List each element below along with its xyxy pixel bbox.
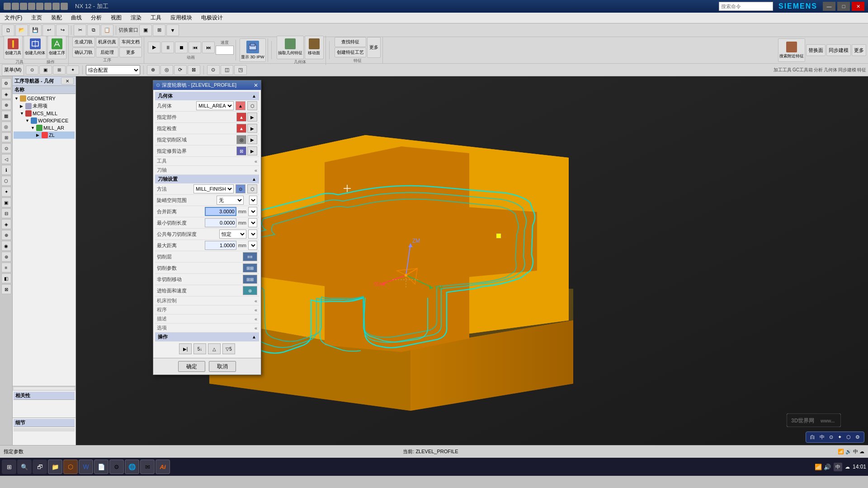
specify-trim-btn2[interactable]: ▶ [247, 146, 257, 155]
start-btn[interactable]: ⊞ [2, 460, 16, 474]
search-commands-input[interactable] [719, 2, 773, 11]
specify-trim-btn1[interactable]: ⊠ [236, 146, 246, 155]
taskbar-app-mail[interactable]: ✉ [140, 460, 155, 474]
method-select[interactable]: MILL_FINISH [193, 184, 234, 193]
sidebar-icon-5[interactable]: ⊞ [1, 132, 11, 142]
menu-file[interactable]: 文件(F) [0, 13, 27, 23]
sidebar-icon-3[interactable]: ▦ [1, 111, 11, 121]
taskbar-app-word[interactable]: W [79, 460, 93, 474]
create-tool-btn[interactable]: 创建刀具 [4, 36, 23, 59]
tb-open-btn[interactable]: 📂 [15, 24, 28, 36]
menu-render[interactable]: 渲染 [126, 13, 146, 23]
taskbar-app-doc[interactable]: 📄 [94, 460, 108, 474]
merge-distance-unit-select[interactable] [248, 207, 257, 216]
tree-item-mcs-mill[interactable]: ▼ MCS_MILL [14, 110, 75, 117]
specify-check-btn2[interactable]: ▶ [247, 124, 257, 133]
specify-part-btn2[interactable]: ▶ [247, 113, 257, 122]
method-btn2[interactable]: ⬡ [247, 184, 257, 193]
actions-arrow[interactable]: ▲ [252, 334, 256, 339]
tree-item-zl[interactable]: ▶ ZL [14, 131, 75, 139]
cut-layers-btn[interactable]: ≡≡ [243, 252, 257, 261]
program-section[interactable]: 程序 « [155, 305, 259, 314]
post-process-btn[interactable]: 后处理 [96, 47, 118, 57]
footer-icon-btn3[interactable]: △ [208, 343, 221, 354]
menu-analysis[interactable]: 分析 [86, 13, 106, 23]
tree-item-unused[interactable]: ▶ 未用项 [14, 102, 75, 110]
search-btn[interactable]: 🔍 [17, 460, 32, 474]
speed-input[interactable]: 5 [216, 46, 234, 55]
footer-icon-btn2[interactable]: 5↓ [193, 343, 206, 354]
axis-section[interactable]: 刀轴 « [155, 166, 259, 175]
non-cut-btn[interactable]: ⊞⊞ [243, 275, 257, 284]
search-nearest-btn[interactable]: 搜索附近特征 [778, 38, 805, 62]
operation-select[interactable]: 综合配置 [86, 65, 140, 75]
tb3-view-btn3[interactable]: ⟳ [174, 65, 187, 75]
tree-expand-mill-ar[interactable]: ▼ [31, 126, 35, 130]
sidebar-icon-4[interactable]: ◎ [1, 122, 11, 131]
footer-icon-btn4[interactable]: ▽5 [222, 343, 235, 354]
more-features-btn[interactable]: 更多 [367, 37, 381, 58]
pause-btn[interactable]: ⏸ [161, 42, 174, 53]
tb3-btn2[interactable]: ▣ [39, 66, 52, 75]
geometry-icon-btn1[interactable]: ▲ [236, 101, 245, 110]
machine-sim-btn[interactable]: 机床仿真 [96, 37, 118, 47]
tb3-view-btn2[interactable]: ◎ [160, 65, 173, 75]
tree-item-geometry[interactable]: ▼ GEOMETRY [14, 95, 75, 102]
tb-copy-btn[interactable]: ⧉ [87, 24, 100, 36]
more-ops-btn[interactable]: 更多 [119, 47, 142, 57]
play-btn[interactable]: ▶ [148, 42, 160, 53]
description-collapse-icon[interactable]: « [255, 316, 257, 322]
sidebar-icon-14[interactable]: ⊕ [1, 230, 11, 240]
close-button[interactable]: ✕ [852, 2, 864, 11]
tool-section[interactable]: 工具 « [155, 157, 259, 166]
description-section[interactable]: 描述 « [155, 314, 259, 324]
geometry-icon-btn2[interactable]: ⬡ [247, 101, 257, 110]
shop-doc-btn[interactable]: 车间文档 [119, 37, 142, 47]
menu-tools[interactable]: 工具 [146, 13, 166, 23]
taskbar-app-3d[interactable]: ⬡ [63, 460, 78, 474]
tb3-btn4[interactable]: ✦ [66, 66, 79, 75]
merge-distance-input[interactable] [205, 207, 236, 216]
machine-control-section[interactable]: 机床控制 « [155, 296, 259, 305]
tb3-btn1[interactable]: ⊙ [26, 66, 38, 75]
extract-geom-btn[interactable]: 抽取几何特征 [277, 36, 304, 59]
vc-btn-star2[interactable]: ⬡ [845, 434, 852, 441]
menu-apps[interactable]: 应用模块 [166, 13, 197, 23]
tb3-extra3[interactable]: ◳ [234, 65, 247, 75]
sidebar-icon-13[interactable]: ◈ [1, 219, 11, 229]
tree-expand-workpiece[interactable]: ▼ [25, 118, 30, 123]
dialog-titlebar[interactable]: ⊙ 深度轮廓铣 - [ZLEVEL_PROFILE] ✕ [153, 80, 261, 90]
tb-switch-btn[interactable]: ▣ [139, 24, 152, 36]
sidebar-icon-11[interactable]: ▣ [1, 197, 11, 207]
method-btn1[interactable]: ⊙ [236, 184, 245, 193]
menu-assembly[interactable]: 装配 [47, 13, 66, 23]
stop-btn[interactable]: ⏹ [175, 42, 188, 53]
cut-depth-select2[interactable] [248, 230, 257, 239]
taskbar-app-ai[interactable]: Ai [156, 460, 170, 474]
more-right-btn[interactable]: 更多 [852, 44, 866, 56]
vc-btn-gear[interactable]: ⚙ [854, 434, 861, 441]
sidebar-icon-settings[interactable]: ⚙ [1, 78, 11, 88]
sidebar-icon-1[interactable]: ◈ [1, 89, 11, 99]
show-3d-ipw-btn[interactable]: 显示 3D IPW [240, 38, 266, 62]
sidebar-icon-2[interactable]: ⊕ [1, 100, 11, 110]
options-collapse-icon[interactable]: « [255, 325, 257, 331]
sidebar-icon-16[interactable]: ⊛ [1, 252, 11, 262]
specify-part-btn1[interactable]: ▲ [236, 113, 246, 122]
tb3-extra2[interactable]: ◫ [221, 65, 233, 75]
menu-electrode[interactable]: 电极设计 [197, 13, 227, 23]
options-section[interactable]: 选项 « [155, 324, 259, 333]
sidebar-icon-17[interactable]: ≡ [1, 263, 11, 272]
max-distance-input[interactable] [205, 241, 236, 250]
create-feature-process-btn[interactable]: 创建特征工艺 [335, 47, 366, 57]
verify-toolpath-btn[interactable]: 确认刀轨 [72, 47, 95, 57]
taskbar-app-settings[interactable]: ⚙ [109, 460, 124, 474]
tree-expand-zl[interactable]: ▶ [36, 133, 41, 137]
generate-toolpath-btn[interactable]: 生成刀轨 [72, 37, 95, 47]
vc-btn-star1[interactable]: ✦ [836, 434, 843, 441]
tb-more1-btn[interactable]: ▼ [166, 24, 179, 36]
tb-redo-btn[interactable]: ↪ [56, 24, 69, 36]
move-face-btn[interactable]: 移动面 [305, 36, 324, 59]
tb-undo-btn[interactable]: ↩ [42, 24, 55, 36]
taskbar-app-folder[interactable]: 📁 [48, 460, 62, 474]
